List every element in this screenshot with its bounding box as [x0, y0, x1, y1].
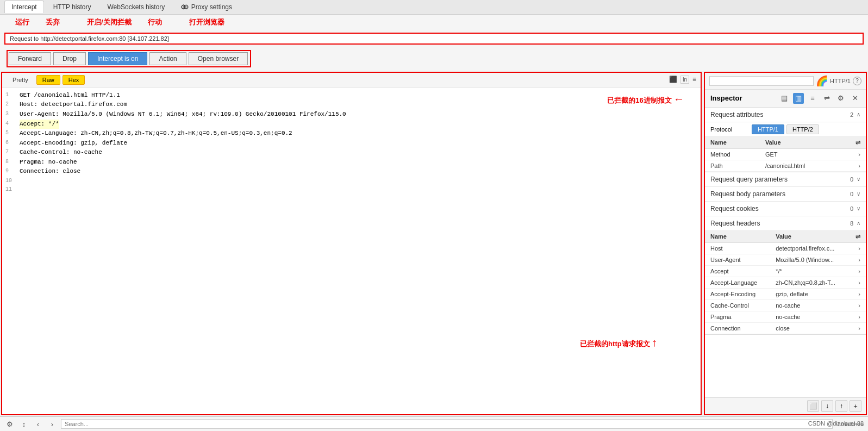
header-row-connection[interactable]: Connection close ›	[705, 322, 866, 334]
header-row-accept-language[interactable]: Accept-Language zh-CN,zh;q=0.8,zh-T... ›	[705, 277, 866, 288]
inspector-icons: ▤ ▥ ≡ ⇌ ⚙ ✕	[779, 93, 860, 104]
action-button[interactable]: Action	[149, 52, 186, 65]
header-row-pragma[interactable]: Pragma no-cache ›	[705, 311, 866, 322]
forward-icon[interactable]: ›	[47, 418, 58, 429]
attr-row-path[interactable]: Path /canonical.html ›	[705, 160, 866, 171]
http1-button[interactable]: HTTP/1	[752, 124, 784, 134]
attr-value-method: GET	[760, 148, 850, 160]
help-icon[interactable]: ?	[853, 77, 861, 85]
section-title-body: Request body parameters	[710, 190, 850, 198]
inspector-header: Inspector ▤ ▥ ≡ ⇌ ⚙ ✕	[705, 90, 866, 108]
header-name-cache-control: Cache-Control	[705, 299, 770, 311]
query-count: 0	[850, 176, 853, 183]
drop-button[interactable]: Drop	[53, 52, 86, 65]
chevron-down-body: ∨	[857, 191, 860, 197]
search-input[interactable]	[61, 419, 833, 429]
header-value-accept-encoding: gzip, deflate	[770, 288, 850, 299]
tab-hex[interactable]: Hex	[63, 75, 85, 85]
arrow-method: ›	[850, 148, 866, 160]
request-line-7: 7 Cache-Control: no-cache	[5, 148, 697, 158]
settings-icon[interactable]: ⚙	[835, 93, 846, 104]
request-line-1: 1 GET /canonical.html HTTP/1.1	[5, 91, 697, 101]
header-row-useragent[interactable]: User-Agent Mozilla/5.0 (Window... ›	[705, 254, 866, 265]
section-title-cookies: Request cookies	[710, 205, 850, 213]
cn-annotations-row: 运行 丢弃 开启/关闭拦截 行动 打开浏览器	[0, 15, 868, 30]
header-value-accept-language: zh-CN,zh;q=0.8,zh-T...	[770, 277, 850, 288]
nav-tabs: Intercept HTTP history WebSockets histor…	[0, 0, 868, 15]
arrow-accept: ›	[850, 265, 866, 277]
align-left-icon[interactable]: ≡	[807, 93, 818, 104]
headers-table: Name Value ⇌ Host detectportal.firefox.c…	[705, 231, 866, 334]
attr-name-method: Method	[705, 148, 760, 160]
header-value-host: detectportal.firefox.c...	[770, 242, 850, 254]
intercept-button[interactable]: Intercept is on	[88, 52, 147, 65]
add-icon[interactable]: ＋	[850, 400, 861, 412]
menu-icon[interactable]: ≡	[692, 76, 696, 84]
open-browser-button[interactable]: Open browser	[189, 52, 248, 65]
tab-intercept[interactable]: Intercept	[4, 1, 44, 13]
chevron-up-headers: ∧	[857, 220, 860, 226]
back-icon[interactable]: ‹	[33, 418, 43, 429]
section-request-headers: Request headers 8 ∧ Name Value ⇌	[705, 216, 866, 335]
list-icon[interactable]: ▤	[779, 93, 790, 104]
protocol-label: HTTP/1	[830, 78, 851, 84]
headers-count: 8	[850, 220, 853, 227]
section-header-query[interactable]: Request query parameters 0 ∨	[705, 172, 866, 187]
tab-websockets-history[interactable]: WebSockets history	[101, 1, 172, 13]
header-row-host[interactable]: Host detectportal.firefox.c... ›	[705, 242, 866, 254]
protocol-row: Protocol HTTP/1 HTTP/2	[705, 122, 866, 137]
inspector-search-input[interactable]	[709, 76, 814, 86]
copy-icon[interactable]: ⬜	[807, 400, 819, 412]
tab-pretty[interactable]: Pretty	[7, 75, 34, 85]
arrow-path: ›	[850, 160, 866, 171]
move-down-icon[interactable]: ↓	[821, 400, 833, 412]
attr-name-path: Path	[705, 160, 760, 171]
annotation-open-browser: 打开浏览器	[189, 17, 224, 27]
move-up-icon[interactable]: ↑	[835, 400, 847, 412]
view-tabs: Pretty Raw Hex ⬛ ln ≡	[2, 73, 701, 88]
forward-button[interactable]: Forward	[9, 52, 51, 65]
settings-bottom-icon[interactable]: ⚙	[4, 418, 15, 429]
grid-icon[interactable]: ▥	[793, 93, 804, 104]
header-name-useragent: User-Agent	[705, 254, 770, 265]
chevron-up-icon: ∧	[857, 111, 860, 117]
section-header-cookies[interactable]: Request cookies 0 ∨	[705, 202, 866, 216]
header-name-accept-encoding: Accept-Encoding	[705, 288, 770, 299]
arrow-bottom-icon[interactable]: ↕	[18, 418, 29, 429]
request-line-4: 4 Accept: */*	[5, 120, 697, 129]
section-header-attributes[interactable]: Request attributes 2 ∧	[705, 108, 866, 122]
header-value-cache-control: no-cache	[770, 299, 850, 311]
section-header-headers[interactable]: Request headers 8 ∧	[705, 216, 866, 231]
body-count: 0	[850, 191, 853, 197]
ln-icon[interactable]: ln	[680, 76, 689, 84]
tab-raw[interactable]: Raw	[36, 75, 60, 85]
col-value-header: Value	[760, 137, 850, 149]
col-icon-header: ⇌	[850, 137, 866, 149]
arrow-host: ›	[850, 242, 866, 254]
request-body[interactable]: 1 GET /canonical.html HTTP/1.1 2 Host: d…	[2, 88, 701, 414]
bottom-bar: ⚙ ↕ ‹ › 0 matches	[0, 416, 868, 431]
header-name-connection: Connection	[705, 322, 770, 334]
section-header-body[interactable]: Request body parameters 0 ∨	[705, 187, 866, 202]
arrow-accept-encoding: ›	[850, 288, 866, 299]
wrap-icon[interactable]: ⬛	[669, 76, 677, 84]
annotation-forward: 运行	[15, 17, 29, 27]
attr-row-method[interactable]: Method GET ›	[705, 148, 866, 160]
section-title-headers: Request headers	[710, 220, 850, 227]
arrow-cache-control: ›	[850, 299, 866, 311]
header-row-accept-encoding[interactable]: Accept-Encoding gzip, deflate ›	[705, 288, 866, 299]
inspector-bottom: ⬜ ↓ ↑ ＋	[705, 397, 866, 414]
section-title-query: Request query parameters	[710, 176, 850, 183]
close-icon[interactable]: ✕	[850, 93, 860, 104]
align-right-icon[interactable]: ⇌	[821, 93, 832, 104]
header-name-pragma: Pragma	[705, 311, 770, 322]
inspector-search-top: 🌈 HTTP/1 ?	[705, 73, 866, 90]
header-row-cache-control[interactable]: Cache-Control no-cache ›	[705, 299, 866, 311]
header-name-accept-language: Accept-Language	[705, 277, 770, 288]
http2-button[interactable]: HTTP/2	[786, 124, 819, 134]
left-panel: Pretty Raw Hex ⬛ ln ≡ 已拦截的16进制报文 ← 已拦截的	[1, 72, 702, 415]
header-row-accept[interactable]: Accept */* ›	[705, 265, 866, 277]
protocol-buttons: HTTP/1 HTTP/2	[752, 124, 819, 134]
tab-proxy-settings[interactable]: ⚙ ⚙ Proxy settings	[174, 1, 239, 13]
tab-http-history[interactable]: HTTP history	[46, 1, 98, 13]
